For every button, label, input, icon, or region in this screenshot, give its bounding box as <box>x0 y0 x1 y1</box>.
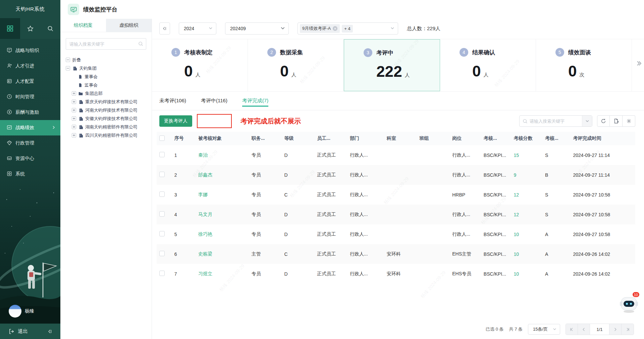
table-search-input[interactable] <box>530 119 582 124</box>
sidebar-item-人才引进[interactable]: 人才引进 <box>0 58 60 74</box>
row-checkbox[interactable] <box>159 172 165 177</box>
table-row[interactable]: 4马文月专员D正式员工行政人...行政人...BSC/KPI...12S2024… <box>157 205 635 224</box>
tree-node-河南大钧焊接技术有限公司[interactable]: 河南大钧焊接技术有限公司 <box>66 106 148 114</box>
sidebar-item-时间管理[interactable]: 时间管理 <box>0 89 60 105</box>
prev-page-button[interactable] <box>578 324 590 335</box>
tree-node-安徽大钧焊接技术有限公司[interactable]: 安徽大钧焊接技术有限公司 <box>66 114 148 123</box>
last-page-button[interactable] <box>622 324 634 335</box>
org-tab-虚拟组织[interactable]: 虚拟组织 <box>106 19 152 32</box>
sidebar-item-系统[interactable]: 系统 <box>0 166 60 182</box>
org-tree: 折叠天钧集团董事会监事会集团总部重庆天钧焊接技术有限公司河南大钧焊接技术有限公司… <box>60 52 152 139</box>
sidebar-item-资源中心[interactable]: 资源中心 <box>0 151 60 166</box>
double-chevron-right-icon[interactable] <box>635 60 642 68</box>
stage-unit: 人 <box>196 72 201 78</box>
score-value[interactable]: 9 <box>514 172 516 178</box>
tree-expander-icon[interactable] <box>66 58 70 62</box>
toolbar-right <box>519 115 635 127</box>
employee-name-link[interactable]: 邰鑫杰 <box>198 172 212 177</box>
user-row[interactable]: 杨臻 <box>0 301 60 322</box>
page-size-select[interactable]: 15条/页 <box>528 324 560 335</box>
select-all-checkbox[interactable] <box>159 135 165 141</box>
score-value[interactable]: 12 <box>514 192 519 197</box>
tree-node-重庆天钧焊接技术有限公司[interactable]: 重庆天钧焊接技术有限公司 <box>66 98 148 106</box>
score-value[interactable]: 12 <box>514 212 519 217</box>
column-header: 序号 <box>172 132 196 145</box>
tree-expander-icon[interactable] <box>72 125 76 129</box>
row-checkbox[interactable] <box>159 152 165 157</box>
tree-node-四川天钧精密部件有限公司[interactable]: 四川天钧精密部件有限公司 <box>66 131 148 139</box>
collapse-panel-button[interactable] <box>159 22 170 35</box>
sidebar-item-薪酬与激励[interactable]: 薪酬与激励 <box>0 105 60 120</box>
avatar[interactable] <box>9 305 21 318</box>
search-icon[interactable] <box>40 18 60 39</box>
tree-expander-icon[interactable] <box>72 108 76 112</box>
employee-name-link[interactable]: 李娜 <box>198 192 208 197</box>
table-row[interactable]: 7习煜立专员D正式员工行政人...安环科EHS专员BSC/KPI...10A20… <box>157 264 635 284</box>
employee-name-link[interactable]: 徐巧艳 <box>198 231 212 237</box>
first-page-button[interactable] <box>566 324 578 335</box>
tree-node-集团总部[interactable]: 集团总部 <box>66 89 148 98</box>
employee-name-link[interactable]: 史栋梁 <box>198 251 212 257</box>
status-tab-考评完成(7)[interactable]: 考评完成(7) <box>242 92 268 110</box>
tree-node-湖南天钧精密部件有限公司[interactable]: 湖南天钧精密部件有限公司 <box>66 123 148 131</box>
score-value[interactable]: 10 <box>514 251 519 257</box>
row-checkbox[interactable] <box>159 211 165 217</box>
period-select[interactable]: 202409 <box>225 22 289 35</box>
stage-card-考核表制定[interactable]: 1考核表制定0人 <box>152 39 248 91</box>
search-options-dropdown[interactable] <box>582 116 592 126</box>
table-row[interactable]: 1秦治专员D正式员工行政人...行政人...BSC/KPI...15S2024-… <box>157 145 635 165</box>
favorites-star-icon[interactable] <box>20 18 40 39</box>
export-file-icon[interactable] <box>610 115 623 127</box>
org-tab-组织档案[interactable]: 组织档案 <box>60 19 106 32</box>
remove-tag-icon[interactable]: ✕ <box>333 26 337 31</box>
tree-expander-icon[interactable] <box>72 100 76 104</box>
year-select[interactable]: 2024 <box>179 22 216 35</box>
stage-card-绩效面谈[interactable]: 5绩效面谈0次 <box>536 39 632 91</box>
next-page-button[interactable] <box>609 324 622 335</box>
column-header: 部门 <box>347 132 384 145</box>
sidebar-item-战略与组织[interactable]: 战略与组织 <box>0 43 60 58</box>
tree-node-董事会[interactable]: 董事会 <box>66 72 148 81</box>
tree-node-监事会[interactable]: 监事会 <box>66 81 148 89</box>
employee-name-link[interactable]: 马文月 <box>198 212 212 217</box>
stage-card-数据采集[interactable]: 2数据采集0人 <box>248 39 344 91</box>
table-row[interactable]: 6史栋梁主管C正式员工行政人...安环科EHS主管BSC/KPI...10A20… <box>157 244 635 264</box>
score-value[interactable]: 10 <box>514 232 519 237</box>
change-assessor-button[interactable]: 更换考评人 <box>159 115 192 127</box>
sidebar-item-行政管理[interactable]: 行政管理 <box>0 135 60 151</box>
sidebar-item-人才配置[interactable]: 人才配置 <box>0 74 60 89</box>
stage-unit: 人 <box>291 72 297 78</box>
tree-expander-icon[interactable] <box>66 66 70 70</box>
cell: 正式员工 <box>317 212 336 217</box>
tree-node-折叠[interactable]: 折叠 <box>66 56 148 64</box>
gear-icon[interactable] <box>623 115 635 127</box>
tree-expander-icon[interactable] <box>72 133 76 137</box>
apps-grid-icon[interactable] <box>0 18 20 39</box>
status-tab-考评中(116)[interactable]: 考评中(116) <box>201 92 227 110</box>
row-checkbox[interactable] <box>159 271 165 276</box>
building-icon <box>78 108 83 113</box>
tree-expander-icon[interactable] <box>72 116 76 121</box>
row-checkbox[interactable] <box>159 191 165 197</box>
chat-assistant-button[interactable]: 10 <box>619 293 639 314</box>
employee-name-link[interactable]: 秦治 <box>198 152 208 158</box>
logout-button[interactable]: 退出 <box>9 328 28 335</box>
tree-node-天钧集团[interactable]: 天钧集团 <box>66 64 148 72</box>
plan-multiselect[interactable]: 9月绩效考评-A ✕ + 4 <box>298 22 398 35</box>
tree-expander-icon[interactable] <box>72 91 76 96</box>
score-value[interactable]: 15 <box>514 153 519 158</box>
score-value[interactable]: 10 <box>514 271 519 277</box>
status-tab-未考评(106)[interactable]: 未考评(106) <box>159 92 186 110</box>
collapse-sidebar-icon[interactable] <box>47 329 52 334</box>
stage-card-考评中[interactable]: 3考评中222人 <box>344 39 440 91</box>
table-row[interactable]: 3李娜专员C正式员工行政人...HRBPBSC/KPI...12S2024-09… <box>157 185 635 205</box>
org-search-input[interactable] <box>66 38 146 50</box>
table-row[interactable]: 2邰鑫杰专员D正式员工行政人...行政人...BSC/KPI...9B2024-… <box>157 165 635 185</box>
row-checkbox[interactable] <box>159 251 165 256</box>
sidebar-item-战略绩效[interactable]: 战略绩效 <box>0 120 60 135</box>
refresh-icon[interactable] <box>597 115 610 127</box>
table-row[interactable]: 5徐巧艳专员D正式员工行政人...行政人...BSC/KPI...10A2024… <box>157 224 635 244</box>
stage-card-结果确认[interactable]: 4结果确认0人 <box>440 39 536 91</box>
employee-name-link[interactable]: 习煜立 <box>198 271 212 276</box>
row-checkbox[interactable] <box>159 231 165 236</box>
